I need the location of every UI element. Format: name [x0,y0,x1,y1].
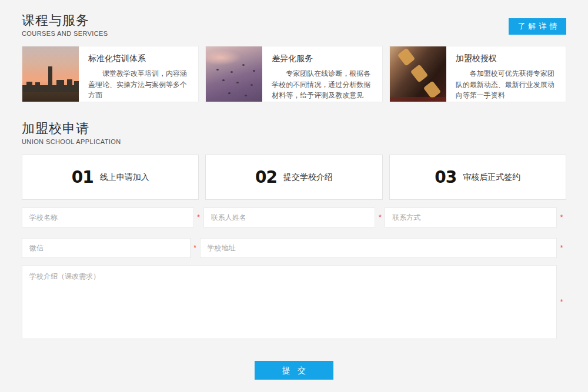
service-cards: 标准化培训体系 课堂教学改革培训，内容涵盖理论、实操方法与案例等多个方面 差异化… [22,46,566,102]
required-asterisk: * [557,298,566,306]
form-row-3: * [22,265,566,339]
school-name-input[interactable] [22,207,194,227]
required-asterisk: * [194,213,203,222]
application-section-header: 加盟校申请 UNION SCHOOL APPLICATION [22,102,566,145]
courses-subtitle: COURSES AND SERVICES [22,30,108,37]
card-franchise-authorization: 加盟校授权 各加盟校可优先获得专家团队的最新动态、最新行业发展动向等第一手资料 [389,46,566,102]
card-description: 课堂教学改革培训，内容涵盖理论、实操方法与案例等多个方面 [88,68,191,101]
field-contact-name: * [203,207,385,227]
submit-button[interactable]: 提交 [255,361,333,380]
step-apply-online: 01 线上申请加入 [22,155,199,200]
field-school-intro: * [22,265,566,339]
step-sign-contract: 03 审核后正式签约 [389,155,566,200]
form-row-2: * * [22,238,566,258]
step-number: 02 [255,167,277,187]
required-asterisk: * [557,244,566,252]
step-number: 01 [72,167,93,187]
step-label: 线上申请加入 [100,172,149,183]
desert-dusk-image [206,46,262,102]
step-submit-intro: 02 提交学校介绍 [205,155,382,200]
form-row-1: * * * [22,207,566,227]
school-address-input[interactable] [200,238,557,258]
card-description: 各加盟校可优先获得专家团队的最新动态、最新行业发展动向等第一手资料 [456,68,558,101]
field-school-address: * [200,238,566,258]
field-contact-method: * [385,207,566,227]
film-strip-image [390,46,446,102]
submit-row: 提交 [22,361,566,380]
courses-section-header: 课程与服务 COURSES AND SERVICES 了解详情 [22,0,566,37]
card-standard-training: 标准化培训体系 课堂教学改革培训，内容涵盖理论、实操方法与案例等多个方面 [22,46,199,102]
card-body: 标准化培训体系 课堂教学改革培训，内容涵盖理论、实操方法与案例等多个方面 [79,46,198,102]
application-steps: 01 线上申请加入 02 提交学校介绍 03 审核后正式签约 [22,155,566,200]
step-label: 提交学校介绍 [283,172,333,183]
learn-more-button[interactable]: 了解详情 [509,18,566,35]
field-school-name: * [22,207,203,227]
contact-method-input[interactable] [385,207,557,227]
wechat-input[interactable] [22,238,191,258]
card-body: 加盟校授权 各加盟校可优先获得专家团队的最新动态、最新行业发展动向等第一手资料 [446,46,566,102]
step-label: 审核后正式签约 [463,172,520,183]
required-asterisk: * [375,213,385,222]
card-differentiated-service: 差异化服务 专家团队在线诊断，根据各学校的不同情况，通过分析数据材料等，给予评测… [205,46,382,102]
application-subtitle: UNION SCHOOL APPLICATION [22,138,121,145]
field-wechat: * [22,238,200,258]
step-number: 03 [435,167,456,187]
required-asterisk: * [191,244,200,252]
courses-title: 课程与服务 [22,12,108,29]
card-title: 差异化服务 [272,53,374,64]
school-intro-textarea[interactable] [22,265,557,339]
contact-name-input[interactable] [203,207,376,227]
card-title: 标准化培训体系 [88,53,191,64]
card-title: 加盟校授权 [456,53,558,64]
application-heading: 加盟校申请 UNION SCHOOL APPLICATION [22,120,121,145]
card-body: 差异化服务 专家团队在线诊断，根据各学校的不同情况，通过分析数据材料等，给予评测… [262,46,382,102]
required-asterisk: * [557,213,566,222]
page: 课程与服务 COURSES AND SERVICES 了解详情 标准化培训体系 … [0,0,588,392]
courses-heading: 课程与服务 COURSES AND SERVICES [22,12,108,37]
application-title: 加盟校申请 [22,120,121,137]
city-skyline-image [22,46,79,102]
card-description: 专家团队在线诊断，根据各学校的不同情况，通过分析数据材料等，给予评测及教改意见 [272,68,374,101]
